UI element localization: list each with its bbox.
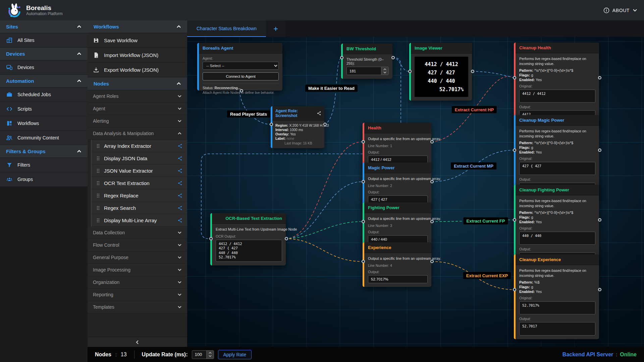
node-cleanup-health[interactable]: Cleanup Health Performs live regex-based… (514, 43, 599, 127)
share-icon[interactable] (177, 218, 182, 223)
node-item-regex-search[interactable]: Regex Search (92, 202, 187, 214)
node-bw-threshold[interactable]: BW Threshold Threshold Strength (0–255): (341, 44, 392, 79)
port[interactable] (598, 288, 601, 291)
node-fighting-power[interactable]: Fighting Power Output a specific line fr… (363, 202, 431, 247)
share-icon[interactable] (177, 143, 182, 148)
node-item-display-json-data[interactable]: Display JSON Data (92, 152, 187, 165)
node-category-reporting[interactable]: Reporting (88, 289, 187, 301)
workflow-canvas[interactable]: Read Player Stats Make it Easier to Read… (187, 37, 644, 347)
original-textarea[interactable]: 440 / 440 (519, 232, 595, 245)
port[interactable] (430, 180, 434, 183)
sidebar-section-sites[interactable]: Sites (0, 20, 88, 33)
node-category-templates[interactable]: Templates (88, 301, 187, 313)
port[interactable] (513, 288, 516, 291)
about-menu[interactable]: ABOUT (603, 7, 637, 13)
save-workflow-button[interactable]: Save Workflow (88, 33, 187, 48)
node-item-regex-replace[interactable]: Regex Replace (92, 189, 187, 202)
output-textarea[interactable]: 52.7017 (519, 322, 595, 335)
port[interactable] (209, 237, 213, 240)
port[interactable] (598, 218, 601, 222)
port[interactable] (408, 70, 412, 73)
port[interactable] (430, 220, 434, 223)
node-item-array-index-extractor[interactable]: Array Index Extractor (92, 140, 187, 152)
node-category-image-processing[interactable]: Image Processing (88, 264, 187, 276)
node-magic-power[interactable]: Magic Power Output a specific line from … (363, 163, 431, 207)
port[interactable] (362, 260, 365, 263)
apply-rate-button[interactable]: Apply Rate (218, 350, 252, 359)
port[interactable] (471, 70, 474, 73)
node-item-ocr-text-extraction[interactable]: OCR Text Extraction (92, 177, 187, 189)
ocr-output-textarea[interactable]: 4412 / 4412 427 { 427 440 / 440 52.7017% (216, 240, 282, 262)
node-category-agent[interactable]: Agent (88, 103, 187, 115)
sidebar-item-scripts[interactable]: Scripts (0, 102, 88, 116)
share-icon[interactable] (177, 205, 182, 210)
port[interactable] (391, 56, 395, 59)
port[interactable] (513, 76, 516, 79)
port[interactable] (270, 123, 273, 126)
node-category-data-analysis[interactable]: Data Analysis & Manipulation (88, 127, 187, 140)
port[interactable] (340, 56, 343, 59)
sidebar-section-automation[interactable]: Automation (0, 75, 88, 87)
port[interactable] (362, 140, 365, 143)
node-category-flow-control[interactable]: Flow Control (88, 239, 187, 251)
number-spinner[interactable] (206, 351, 214, 359)
sidebar-item-scheduled-jobs[interactable]: Scheduled Jobs (0, 87, 88, 102)
node-category-alerting[interactable]: Alerting (88, 115, 187, 127)
node-item-json-value-extractor[interactable]: JSON Value Extractor (92, 165, 187, 177)
port[interactable] (598, 76, 601, 79)
sidebar-item-devices[interactable]: Devices (0, 60, 88, 75)
sidebar-item-filters[interactable]: Filters (0, 158, 88, 172)
port[interactable] (240, 89, 243, 93)
output-input[interactable] (368, 275, 428, 283)
export-workflow-button[interactable]: Export Workflow (JSON) (88, 63, 187, 77)
port[interactable] (430, 260, 434, 263)
panel-section-workflows[interactable]: Workflows (88, 20, 187, 33)
sidebar-item-workflows[interactable]: Workflows (0, 116, 88, 131)
original-textarea[interactable]: 4412 / 4412 (519, 89, 595, 103)
node-item-display-multi-line-array[interactable]: Display Multi-Line Array (92, 214, 187, 227)
drag-handle-icon[interactable] (96, 156, 100, 161)
drag-handle-icon[interactable] (96, 181, 100, 186)
drag-handle-icon[interactable] (96, 143, 100, 148)
sidebar-section-filters-groups[interactable]: Filters & Groups (0, 145, 88, 158)
share-icon[interactable] (177, 193, 182, 198)
number-spinner[interactable] (381, 67, 388, 75)
original-textarea[interactable]: 52.7017% (519, 301, 595, 314)
sidebar-item-groups[interactable]: Groups (0, 172, 88, 187)
port[interactable] (285, 237, 288, 240)
sidebar-item-community-content[interactable]: Community Content (0, 131, 88, 145)
panel-section-nodes[interactable]: Nodes (88, 77, 187, 90)
node-image-viewer[interactable]: Image Viewer 4412 / 4412 427 / 427 440 /… (409, 43, 472, 101)
agent-select[interactable]: -- Select -- (203, 62, 279, 70)
share-icon[interactable] (177, 181, 182, 186)
port[interactable] (513, 218, 516, 222)
node-agent-role-screenshot[interactable]: Agent Role: Screenshot Region: X:200 Y:4… (271, 106, 324, 148)
share-icon[interactable] (317, 111, 321, 116)
port[interactable] (430, 140, 434, 143)
node-borealis-agent[interactable]: Borealis Agent Agent: -- Select -- Conne… (197, 43, 282, 90)
sidebar-item-all-sites[interactable]: All Sites (0, 33, 88, 48)
node-category-data-collection[interactable]: Data Collection (88, 227, 187, 239)
tab-character-status-breakdown[interactable]: Character Status Breakdown (187, 20, 266, 37)
output-input[interactable] (368, 195, 428, 203)
port[interactable] (362, 180, 365, 183)
node-ocr-text-extraction[interactable]: OCR-Based Text Extraction Extract Multi-… (210, 213, 286, 265)
node-cleanup-experience[interactable]: Cleanup Experience Performs live regex-b… (514, 254, 599, 339)
new-tab-button[interactable]: + (266, 20, 285, 37)
drag-handle-icon[interactable] (96, 205, 100, 210)
collapse-panel-button[interactable] (88, 337, 187, 347)
node-category-organization[interactable]: Organization (88, 276, 187, 289)
port[interactable] (362, 220, 365, 223)
node-category-general-purpose[interactable]: General Purpose (88, 251, 187, 264)
node-health[interactable]: Health Output a specific line from an up… (363, 123, 431, 167)
port[interactable] (323, 123, 327, 126)
drag-handle-icon[interactable] (96, 193, 100, 198)
drag-handle-icon[interactable] (96, 168, 100, 173)
connect-to-agent-button[interactable]: Connect to Agent (203, 72, 279, 80)
port[interactable] (598, 148, 601, 152)
node-experience[interactable]: Experience Output a specific line from a… (363, 242, 431, 287)
share-icon[interactable] (177, 156, 182, 161)
original-textarea[interactable]: 427 { 427 (519, 162, 595, 175)
drag-handle-icon[interactable] (96, 218, 100, 223)
port[interactable] (513, 148, 516, 152)
